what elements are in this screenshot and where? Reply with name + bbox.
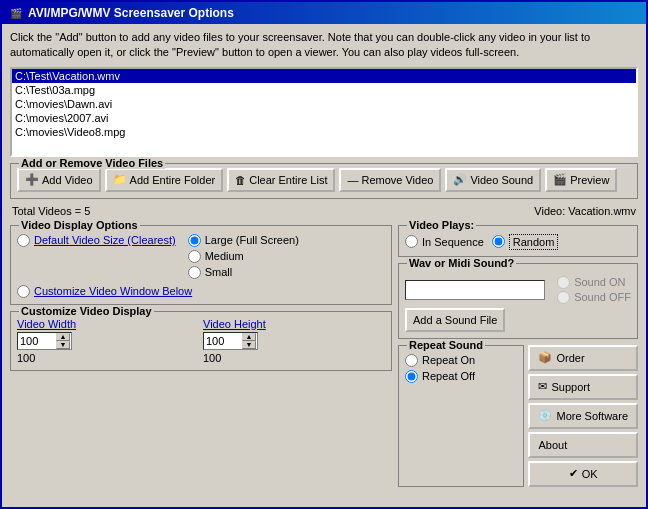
width-spinner[interactable]: ▲ ▼: [17, 332, 72, 350]
sound-on-radio: [557, 276, 570, 289]
add-video-button[interactable]: ➕ Add Video: [17, 168, 101, 192]
medium-size-row: Medium: [188, 250, 299, 263]
medium-size-radio[interactable]: [188, 250, 201, 263]
more-software-label: More Software: [556, 410, 628, 422]
sound-input-row: Sound ON Sound OFF: [405, 276, 631, 304]
small-size-label: Small: [205, 266, 233, 278]
about-button[interactable]: About: [528, 432, 638, 458]
file-list-item[interactable]: C:\movies\Dawn.avi: [12, 97, 636, 111]
sound-on-label: Sound ON: [574, 276, 625, 288]
width-up-button[interactable]: ▲: [56, 333, 70, 341]
medium-size-label: Medium: [205, 250, 244, 262]
width-col: Video Width ▲ ▼ 100: [17, 318, 199, 364]
sound-off-row: Sound OFF: [557, 291, 631, 304]
file-list-item[interactable]: C:\Test\03a.mpg: [12, 83, 636, 97]
current-video: Video: Vacation.wmv: [534, 205, 636, 217]
width-spinner-btns: ▲ ▼: [56, 333, 70, 349]
width-label: Video Width: [17, 318, 199, 330]
add-sound-label: Add a Sound File: [413, 314, 497, 326]
ok-label: OK: [582, 468, 598, 480]
height-up-button[interactable]: ▲: [242, 333, 256, 341]
description-text: Click the "Add" button to add any video …: [10, 30, 638, 61]
support-label: Support: [551, 381, 590, 393]
random-row: Random: [492, 234, 559, 250]
repeat-sound-group: Repeat Sound Repeat On Repeat Off: [398, 345, 524, 487]
add-folder-button[interactable]: 📁 Add Entire Folder: [105, 168, 224, 192]
height-down-button[interactable]: ▼: [242, 341, 256, 349]
repeat-on-row: Repeat On: [405, 354, 517, 367]
window-title: AVI/MPG/WMV Screensaver Options: [28, 6, 234, 20]
side-buttons: 📦 Order ✉ Support 💿 More Software Ab: [528, 345, 638, 487]
width-value: 100: [17, 352, 199, 364]
height-spinner-btns: ▲ ▼: [242, 333, 256, 349]
add-folder-label: Add Entire Folder: [130, 174, 216, 186]
title-bar: 🎬 AVI/MPG/WMV Screensaver Options: [2, 2, 646, 24]
sound-off-label: Sound OFF: [574, 291, 631, 303]
video-plays-group: Video Plays: In Sequence Random: [398, 225, 638, 257]
height-value: 100: [203, 352, 385, 364]
sound-off-radio: [557, 291, 570, 304]
sound-on-row: Sound ON: [557, 276, 631, 289]
wav-midi-content: Sound ON Sound OFF Add a Sound File: [405, 268, 631, 332]
remove-video-label: Remove Video: [361, 174, 433, 186]
small-size-radio[interactable]: [188, 266, 201, 279]
more-software-button[interactable]: 💿 More Software: [528, 403, 638, 429]
repeat-off-radio[interactable]: [405, 370, 418, 383]
status-row: Total Videos = 5 Video: Vacation.wmv: [10, 203, 638, 219]
main-window: 🎬 AVI/MPG/WMV Screensaver Options Click …: [0, 0, 648, 509]
random-radio[interactable]: [492, 235, 505, 248]
bottom-right-row: Repeat Sound Repeat On Repeat Off: [398, 343, 638, 487]
customize-radio[interactable]: [17, 285, 30, 298]
large-size-label: Large (Full Screen): [205, 234, 299, 246]
file-list-item[interactable]: C:\Test\Vacation.wmv: [12, 69, 636, 83]
add-sound-button[interactable]: Add a Sound File: [405, 308, 505, 332]
title-icon: 🎬: [8, 5, 24, 21]
support-button[interactable]: ✉ Support: [528, 374, 638, 400]
ok-button[interactable]: ✔ OK: [528, 461, 638, 487]
left-panel: Video Display Options Default Video Size…: [10, 223, 392, 501]
add-remove-group: Add or Remove Video Files ➕ Add Video 📁 …: [10, 163, 638, 199]
customize-link-row: Customize Video Window Below: [17, 285, 385, 298]
file-list-item[interactable]: C:\movies\2007.avi: [12, 111, 636, 125]
width-input[interactable]: [18, 334, 56, 348]
total-videos: Total Videos = 5: [12, 205, 90, 217]
small-size-row: Small: [188, 266, 299, 279]
remove-video-icon: —: [347, 174, 358, 186]
large-size-radio[interactable]: [188, 234, 201, 247]
about-label: About: [538, 439, 567, 451]
random-label: Random: [509, 234, 559, 250]
customize-display-group: Customize Video Display Video Width ▲ ▼: [10, 311, 392, 371]
preview-button[interactable]: 🎬 Preview: [545, 168, 617, 192]
repeat-sound-label: Repeat Sound: [407, 339, 485, 351]
height-input[interactable]: [204, 334, 242, 348]
order-icon: 📦: [538, 351, 552, 364]
repeat-off-label: Repeat Off: [422, 370, 475, 382]
video-display-label: Video Display Options: [19, 219, 140, 231]
sequence-row: In Sequence: [405, 235, 484, 248]
plays-options-row: In Sequence Random: [405, 230, 631, 250]
height-label: Video Height: [203, 318, 385, 330]
repeat-options: Repeat On Repeat Off: [405, 350, 517, 383]
ok-checkmark-icon: ✔: [569, 467, 578, 480]
file-list[interactable]: C:\Test\Vacation.wmvC:\Test\03a.mpgC:\mo…: [10, 67, 638, 157]
repeat-on-radio[interactable]: [405, 354, 418, 367]
remove-video-button[interactable]: — Remove Video: [339, 168, 441, 192]
clear-list-button[interactable]: 🗑 Clear Entire List: [227, 168, 335, 192]
file-list-item[interactable]: C:\movies\Video8.mpg: [12, 125, 636, 139]
default-size-label[interactable]: Default Video Size (Clearest): [34, 234, 176, 246]
repeat-on-label: Repeat On: [422, 354, 475, 366]
height-spinner[interactable]: ▲ ▼: [203, 332, 258, 350]
preview-icon: 🎬: [553, 173, 567, 186]
customize-link[interactable]: Customize Video Window Below: [34, 285, 192, 297]
default-size-radio[interactable]: [17, 234, 30, 247]
video-sound-label: Video Sound: [470, 174, 533, 186]
width-down-button[interactable]: ▼: [56, 341, 70, 349]
video-sound-button[interactable]: 🔊 Video Sound: [445, 168, 541, 192]
height-col: Video Height ▲ ▼ 100: [203, 318, 385, 364]
sequence-radio[interactable]: [405, 235, 418, 248]
clear-list-icon: 🗑: [235, 174, 246, 186]
order-button[interactable]: 📦 Order: [528, 345, 638, 371]
sound-file-input[interactable]: [405, 280, 545, 300]
add-video-icon: ➕: [25, 173, 39, 186]
toolbar: ➕ Add Video 📁 Add Entire Folder 🗑 Clear …: [17, 168, 631, 192]
